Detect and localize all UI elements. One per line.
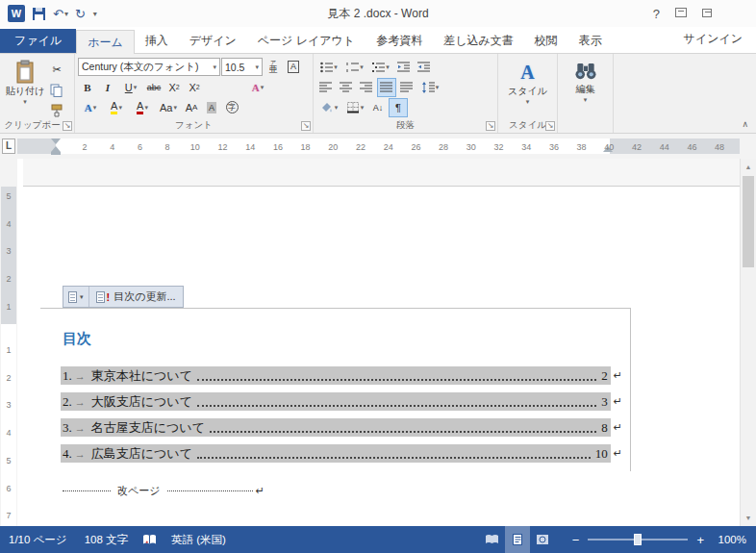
- character-scale-button[interactable]: AA: [182, 98, 201, 117]
- help-button[interactable]: ?: [653, 7, 660, 21]
- character-shading-button[interactable]: A: [202, 98, 221, 117]
- ruler-number: 2: [82, 142, 87, 152]
- character-border-icon: A: [288, 61, 299, 73]
- print-layout-button[interactable]: [505, 526, 530, 553]
- h-ruler[interactable]: L 24681012141618202224262830323436384042…: [0, 134, 756, 159]
- cut-button[interactable]: ✂: [47, 61, 66, 79]
- quick-access-toolbar: W ↶▾ ↻ ▾: [0, 5, 97, 22]
- vertical-scrollbar[interactable]: ▲ ▼: [740, 159, 756, 526]
- update-toc-page-icon: [96, 291, 105, 303]
- zoom-slider[interactable]: [588, 539, 688, 540]
- update-toc-button[interactable]: ! 目次の更新...: [89, 287, 183, 307]
- v-ruler[interactable]: 543211234567: [0, 159, 17, 526]
- distribute-button[interactable]: [397, 78, 416, 97]
- show-formatting-marks-button[interactable]: ¶: [389, 98, 408, 117]
- zoom-slider-thumb[interactable]: [634, 534, 642, 545]
- toc-heading[interactable]: 目次: [63, 330, 91, 348]
- font-size-combo[interactable]: 10.5▾: [221, 58, 263, 76]
- superscript-button[interactable]: X2: [185, 78, 204, 97]
- ribbon-display-options-button[interactable]: [675, 7, 687, 20]
- strikethrough-button[interactable]: abc: [144, 78, 164, 97]
- proofing-status-button[interactable]: [137, 534, 163, 546]
- word-count[interactable]: 108 文字: [76, 533, 137, 547]
- font-dialog-launcher[interactable]: ↘: [301, 121, 311, 131]
- font-name-combo[interactable]: Century (本文のフォント)▾: [78, 58, 220, 76]
- customize-qat-button[interactable]: ▾: [92, 10, 97, 18]
- scroll-up-button[interactable]: ▲: [741, 159, 756, 175]
- tab-参考資料[interactable]: 参考資料: [365, 29, 433, 53]
- web-layout-button[interactable]: [530, 526, 555, 553]
- tab-差し込み文書[interactable]: 差し込み文書: [433, 29, 524, 53]
- tab-ページ レイアウト[interactable]: ページ レイアウト: [247, 29, 365, 53]
- collapse-ribbon-button[interactable]: ∧: [742, 119, 748, 129]
- styles-dialog-launcher[interactable]: ↘: [545, 121, 555, 131]
- toc-menu-button[interactable]: ▾: [63, 287, 89, 307]
- zoom-in-button[interactable]: +: [696, 534, 704, 546]
- shading-button[interactable]: ▾: [316, 98, 341, 117]
- line-spacing-button[interactable]: ▾: [417, 78, 442, 97]
- ruby-button[interactable]: ア亜: [264, 58, 283, 77]
- font-color-button[interactable]: A▾: [130, 98, 155, 117]
- page[interactable]: ▾ ! 目次の更新... 目次 1.→東京本社について2↵2.→大阪支店について…: [17, 159, 740, 526]
- tab-デザイン[interactable]: デザイン: [179, 29, 247, 53]
- paste-icon: [14, 60, 36, 85]
- format-painter-button[interactable]: [47, 101, 66, 119]
- zoom-out-button[interactable]: −: [572, 534, 580, 546]
- highlight-color-button[interactable]: A▾: [104, 98, 129, 117]
- sign-in-link[interactable]: サインイン: [684, 31, 756, 53]
- styles-button[interactable]: A スタイル ▾: [506, 57, 550, 116]
- language-indicator[interactable]: 英語 (米国): [163, 533, 235, 547]
- sort-button[interactable]: A↓: [368, 98, 388, 117]
- redo-button[interactable]: ↻: [75, 7, 86, 21]
- tab-selector[interactable]: L: [2, 138, 15, 154]
- toc-entry[interactable]: 2.→大阪支店について3↵: [61, 392, 622, 411]
- tab-校閲[interactable]: 校閲: [524, 29, 568, 53]
- restore-button[interactable]: [702, 7, 712, 20]
- toc-entry[interactable]: 1.→東京本社について2↵: [61, 366, 622, 385]
- align-left-button[interactable]: [316, 78, 336, 97]
- text-effects-typography-button[interactable]: A▾: [78, 98, 103, 117]
- italic-button[interactable]: I: [98, 78, 117, 97]
- toc-entry[interactable]: 4.→広島支店について10↵: [61, 444, 622, 463]
- left-indent-marker[interactable]: [51, 152, 61, 155]
- zoom-percentage[interactable]: 100%: [712, 534, 756, 545]
- save-button[interactable]: [32, 7, 46, 21]
- toc-entry-selection: 1.→東京本社について2: [61, 366, 611, 385]
- scissors-icon: ✂: [52, 63, 61, 76]
- paragraph-dialog-launcher[interactable]: ↘: [486, 121, 495, 131]
- numbering-button[interactable]: ▾: [342, 58, 367, 77]
- editing-button[interactable]: 編集 ▾: [564, 57, 608, 116]
- align-right-button[interactable]: [357, 78, 376, 97]
- scrollbar-thumb[interactable]: [743, 176, 754, 267]
- subscript-button[interactable]: X2: [164, 78, 184, 97]
- read-mode-button[interactable]: [480, 526, 505, 553]
- tab-file[interactable]: ファイル: [0, 29, 76, 53]
- toc-entry[interactable]: 3.→名古屋支店について8↵: [61, 418, 622, 437]
- tab-ホーム[interactable]: ホーム: [76, 30, 135, 54]
- undo-button[interactable]: ↶▾: [53, 7, 68, 21]
- paragraph-mark: ↵: [614, 421, 622, 434]
- bullets-button[interactable]: ▾: [316, 58, 341, 77]
- tab-挿入[interactable]: 挿入: [135, 29, 179, 53]
- character-border-button[interactable]: A: [284, 58, 303, 77]
- borders-button[interactable]: ▾: [342, 98, 367, 117]
- decrease-indent-button[interactable]: [394, 58, 414, 77]
- scroll-down-button[interactable]: ▼: [741, 510, 756, 526]
- paste-button[interactable]: 貼り付け ▾: [3, 57, 47, 116]
- change-case-button[interactable]: Aa▾: [156, 98, 181, 117]
- page-indicator[interactable]: 1/10 ページ: [0, 533, 76, 547]
- underline-button[interactable]: U▾: [118, 78, 143, 97]
- bold-button[interactable]: B: [78, 78, 97, 97]
- copy-button[interactable]: [47, 81, 66, 99]
- enclose-characters-button[interactable]: 字: [222, 98, 241, 117]
- increase-indent-button[interactable]: [415, 58, 434, 77]
- chevron-down-icon: ▾: [261, 84, 265, 91]
- multilevel-list-button[interactable]: ▾: [368, 58, 393, 77]
- styles-icon: A: [520, 60, 534, 85]
- text-effects-button[interactable]: A▾: [245, 78, 270, 97]
- justify-button[interactable]: [377, 78, 396, 97]
- clipboard-dialog-launcher[interactable]: ↘: [63, 121, 72, 131]
- tab-表示[interactable]: 表示: [568, 29, 613, 53]
- first-line-indent-marker[interactable]: [51, 138, 61, 144]
- align-center-button[interactable]: [337, 78, 356, 97]
